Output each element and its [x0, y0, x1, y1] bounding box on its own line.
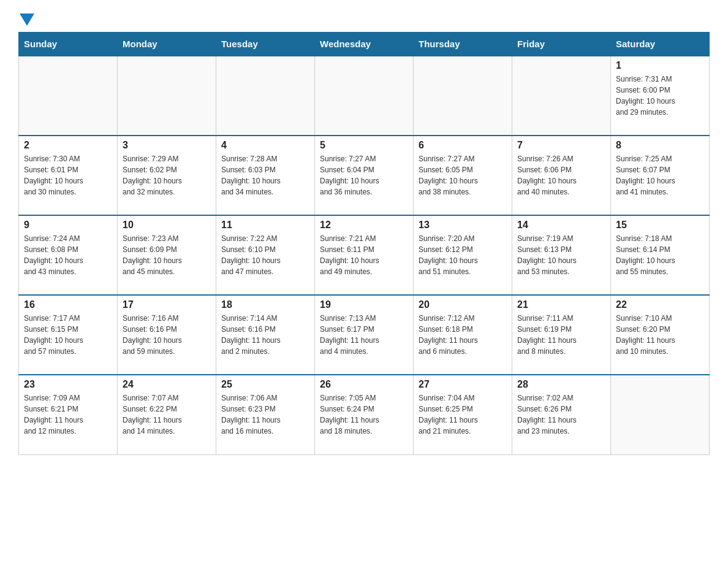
calendar-cell: 27Sunrise: 7:04 AM Sunset: 6:25 PM Dayli…: [414, 375, 512, 454]
day-info: Sunrise: 7:18 AM Sunset: 6:14 PM Dayligh…: [616, 233, 704, 277]
day-info: Sunrise: 7:12 AM Sunset: 6:18 PM Dayligh…: [419, 313, 507, 357]
day-number: 13: [419, 220, 507, 231]
day-info: Sunrise: 7:04 AM Sunset: 6:25 PM Dayligh…: [419, 393, 507, 437]
day-number: 15: [616, 220, 704, 231]
day-number: 6: [419, 140, 507, 151]
day-info: Sunrise: 7:29 AM Sunset: 6:02 PM Dayligh…: [123, 153, 211, 197]
calendar-cell: 21Sunrise: 7:11 AM Sunset: 6:19 PM Dayli…: [512, 295, 611, 375]
calendar-cell: 19Sunrise: 7:13 AM Sunset: 6:17 PM Dayli…: [315, 295, 414, 375]
day-number: 27: [419, 379, 507, 390]
day-info: Sunrise: 7:30 AM Sunset: 6:01 PM Dayligh…: [24, 153, 112, 197]
calendar-cell: 8Sunrise: 7:25 AM Sunset: 6:07 PM Daylig…: [611, 136, 710, 215]
calendar-cell: [611, 375, 710, 454]
column-header-saturday: Saturday: [611, 33, 710, 56]
day-info: Sunrise: 7:14 AM Sunset: 6:16 PM Dayligh…: [221, 313, 309, 357]
day-info: Sunrise: 7:22 AM Sunset: 6:10 PM Dayligh…: [221, 233, 309, 277]
calendar-cell: 22Sunrise: 7:10 AM Sunset: 6:20 PM Dayli…: [611, 295, 710, 375]
day-number: 25: [221, 379, 309, 390]
day-number: 16: [24, 299, 112, 310]
calendar-cell: 4Sunrise: 7:28 AM Sunset: 6:03 PM Daylig…: [216, 136, 315, 215]
day-number: 1: [616, 60, 704, 71]
calendar-week-row: 23Sunrise: 7:09 AM Sunset: 6:21 PM Dayli…: [19, 375, 710, 454]
day-number: 14: [517, 220, 605, 231]
column-header-thursday: Thursday: [414, 33, 512, 56]
day-info: Sunrise: 7:28 AM Sunset: 6:03 PM Dayligh…: [221, 153, 309, 197]
calendar-cell: 15Sunrise: 7:18 AM Sunset: 6:14 PM Dayli…: [611, 215, 710, 295]
calendar-week-row: 1Sunrise: 7:31 AM Sunset: 6:00 PM Daylig…: [19, 56, 710, 136]
day-info: Sunrise: 7:27 AM Sunset: 6:05 PM Dayligh…: [419, 153, 507, 197]
calendar-cell: [512, 56, 611, 136]
day-number: 7: [517, 140, 605, 151]
calendar-cell: [118, 56, 216, 136]
day-info: Sunrise: 7:27 AM Sunset: 6:04 PM Dayligh…: [320, 153, 408, 197]
calendar-cell: [19, 56, 118, 136]
calendar-header-row: SundayMondayTuesdayWednesdayThursdayFrid…: [19, 33, 710, 56]
day-info: Sunrise: 7:26 AM Sunset: 6:06 PM Dayligh…: [517, 153, 605, 197]
day-number: 12: [320, 220, 408, 231]
calendar-cell: [414, 56, 512, 136]
calendar-week-row: 2Sunrise: 7:30 AM Sunset: 6:01 PM Daylig…: [19, 136, 710, 215]
calendar-cell: 12Sunrise: 7:21 AM Sunset: 6:11 PM Dayli…: [315, 215, 414, 295]
day-number: 10: [123, 220, 211, 231]
day-info: Sunrise: 7:05 AM Sunset: 6:24 PM Dayligh…: [320, 393, 408, 437]
calendar-cell: 26Sunrise: 7:05 AM Sunset: 6:24 PM Dayli…: [315, 375, 414, 454]
logo: [18, 12, 34, 26]
day-info: Sunrise: 7:16 AM Sunset: 6:16 PM Dayligh…: [123, 313, 211, 357]
calendar-cell: 24Sunrise: 7:07 AM Sunset: 6:22 PM Dayli…: [118, 375, 216, 454]
calendar-cell: 16Sunrise: 7:17 AM Sunset: 6:15 PM Dayli…: [19, 295, 118, 375]
calendar-week-row: 16Sunrise: 7:17 AM Sunset: 6:15 PM Dayli…: [19, 295, 710, 375]
day-number: 17: [123, 299, 211, 310]
day-number: 9: [24, 220, 112, 231]
day-number: 18: [221, 299, 309, 310]
day-info: Sunrise: 7:07 AM Sunset: 6:22 PM Dayligh…: [123, 393, 211, 437]
column-header-friday: Friday: [512, 33, 611, 56]
calendar-cell: 25Sunrise: 7:06 AM Sunset: 6:23 PM Dayli…: [216, 375, 315, 454]
calendar-cell: 23Sunrise: 7:09 AM Sunset: 6:21 PM Dayli…: [19, 375, 118, 454]
column-header-wednesday: Wednesday: [315, 33, 414, 56]
calendar-table: SundayMondayTuesdayWednesdayThursdayFrid…: [18, 32, 710, 455]
day-info: Sunrise: 7:24 AM Sunset: 6:08 PM Dayligh…: [24, 233, 112, 277]
calendar-cell: 10Sunrise: 7:23 AM Sunset: 6:09 PM Dayli…: [118, 215, 216, 295]
day-number: 20: [419, 299, 507, 310]
day-number: 5: [320, 140, 408, 151]
day-info: Sunrise: 7:21 AM Sunset: 6:11 PM Dayligh…: [320, 233, 408, 277]
calendar-cell: 7Sunrise: 7:26 AM Sunset: 6:06 PM Daylig…: [512, 136, 611, 215]
day-number: 23: [24, 379, 112, 390]
day-info: Sunrise: 7:23 AM Sunset: 6:09 PM Dayligh…: [123, 233, 211, 277]
day-number: 2: [24, 140, 112, 151]
column-header-monday: Monday: [118, 33, 216, 56]
day-number: 21: [517, 299, 605, 310]
day-number: 26: [320, 379, 408, 390]
day-info: Sunrise: 7:09 AM Sunset: 6:21 PM Dayligh…: [24, 393, 112, 437]
day-info: Sunrise: 7:20 AM Sunset: 6:12 PM Dayligh…: [419, 233, 507, 277]
calendar-cell: 20Sunrise: 7:12 AM Sunset: 6:18 PM Dayli…: [414, 295, 512, 375]
calendar-cell: 11Sunrise: 7:22 AM Sunset: 6:10 PM Dayli…: [216, 215, 315, 295]
calendar-cell: 13Sunrise: 7:20 AM Sunset: 6:12 PM Dayli…: [414, 215, 512, 295]
day-info: Sunrise: 7:31 AM Sunset: 6:00 PM Dayligh…: [616, 74, 704, 118]
day-info: Sunrise: 7:25 AM Sunset: 6:07 PM Dayligh…: [616, 153, 704, 197]
day-number: 22: [616, 299, 704, 310]
column-header-sunday: Sunday: [19, 33, 118, 56]
day-number: 24: [123, 379, 211, 390]
day-info: Sunrise: 7:10 AM Sunset: 6:20 PM Dayligh…: [616, 313, 704, 357]
calendar-cell: 18Sunrise: 7:14 AM Sunset: 6:16 PM Dayli…: [216, 295, 315, 375]
calendar-cell: 5Sunrise: 7:27 AM Sunset: 6:04 PM Daylig…: [315, 136, 414, 215]
calendar-cell: 9Sunrise: 7:24 AM Sunset: 6:08 PM Daylig…: [19, 215, 118, 295]
calendar-cell: 1Sunrise: 7:31 AM Sunset: 6:00 PM Daylig…: [611, 56, 710, 136]
calendar-cell: 17Sunrise: 7:16 AM Sunset: 6:16 PM Dayli…: [118, 295, 216, 375]
day-info: Sunrise: 7:19 AM Sunset: 6:13 PM Dayligh…: [517, 233, 605, 277]
calendar-cell: [216, 56, 315, 136]
calendar-cell: 6Sunrise: 7:27 AM Sunset: 6:05 PM Daylig…: [414, 136, 512, 215]
page-header: [18, 12, 710, 26]
day-info: Sunrise: 7:11 AM Sunset: 6:19 PM Dayligh…: [517, 313, 605, 357]
calendar-week-row: 9Sunrise: 7:24 AM Sunset: 6:08 PM Daylig…: [19, 215, 710, 295]
day-number: 11: [221, 220, 309, 231]
column-header-tuesday: Tuesday: [216, 33, 315, 56]
day-number: 19: [320, 299, 408, 310]
day-number: 4: [221, 140, 309, 151]
day-info: Sunrise: 7:02 AM Sunset: 6:26 PM Dayligh…: [517, 393, 605, 437]
calendar-cell: 3Sunrise: 7:29 AM Sunset: 6:02 PM Daylig…: [118, 136, 216, 215]
calendar-cell: 28Sunrise: 7:02 AM Sunset: 6:26 PM Dayli…: [512, 375, 611, 454]
calendar-cell: [315, 56, 414, 136]
day-info: Sunrise: 7:13 AM Sunset: 6:17 PM Dayligh…: [320, 313, 408, 357]
